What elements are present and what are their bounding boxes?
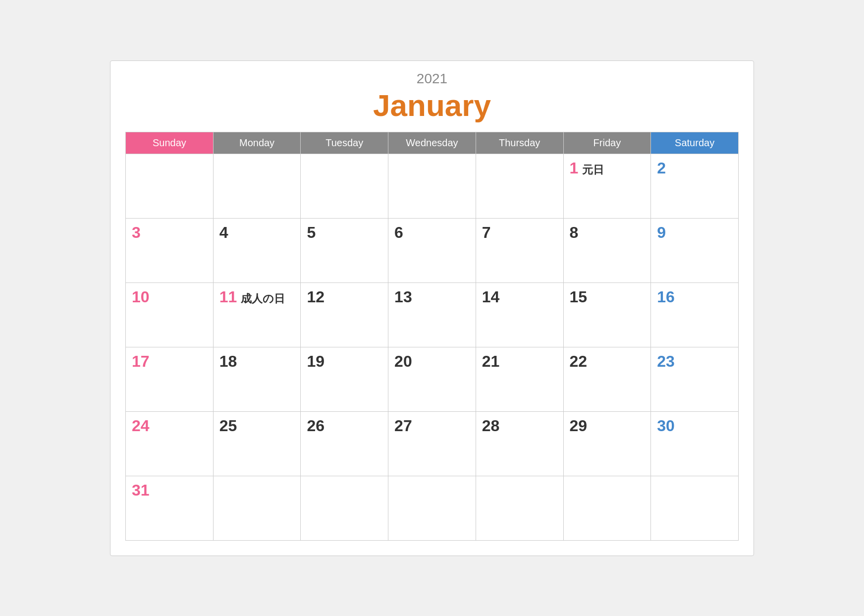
calendar-day-cell: 8 <box>563 218 651 282</box>
calendar-day-cell: 16 <box>651 282 739 347</box>
day-number: 2 <box>657 159 666 177</box>
weekday-header-wednesday: Wednesday <box>388 132 476 154</box>
day-number: 31 <box>132 481 150 500</box>
calendar-year: 2021 <box>125 71 739 87</box>
calendar-day-cell <box>126 154 214 218</box>
weekday-header-tuesday: Tuesday <box>301 132 388 154</box>
calendar-day-cell <box>301 476 388 540</box>
day-number: 12 <box>307 288 324 306</box>
day-number: 8 <box>570 224 579 242</box>
calendar-day-cell: 5 <box>301 218 388 282</box>
calendar-day-cell <box>476 476 563 540</box>
calendar-container: 2021 January SundayMondayTuesdayWednesda… <box>110 60 754 556</box>
calendar-day-cell: 22 <box>563 347 651 411</box>
calendar-day-cell: 27 <box>388 411 476 476</box>
weekday-header-row: SundayMondayTuesdayWednesdayThursdayFrid… <box>126 132 739 154</box>
holiday-name: 成人の日 <box>241 291 285 306</box>
calendar-day-cell <box>388 154 476 218</box>
day-number: 27 <box>394 417 412 435</box>
calendar-day-cell: 15 <box>563 282 651 347</box>
day-number: 10 <box>132 288 150 306</box>
calendar-day-cell: 11成人の日 <box>213 282 301 347</box>
day-number: 21 <box>482 352 500 371</box>
day-number: 16 <box>657 288 675 306</box>
day-number: 18 <box>219 352 237 371</box>
calendar-month: January <box>125 88 739 123</box>
calendar-day-cell: 14 <box>476 282 563 347</box>
calendar-day-cell: 12 <box>301 282 388 347</box>
day-number: 14 <box>482 288 500 306</box>
day-number: 25 <box>219 417 237 435</box>
calendar-table: SundayMondayTuesdayWednesdayThursdayFrid… <box>125 132 739 541</box>
calendar-day-cell: 17 <box>126 347 214 411</box>
calendar-day-cell: 28 <box>476 411 563 476</box>
calendar-day-cell: 7 <box>476 218 563 282</box>
day-number: 3 <box>132 224 141 242</box>
day-number: 5 <box>307 224 316 242</box>
calendar-day-cell <box>388 476 476 540</box>
weekday-header-saturday: Saturday <box>651 132 739 154</box>
calendar-day-cell <box>563 476 651 540</box>
calendar-day-cell: 1元日 <box>563 154 651 218</box>
day-number: 1 <box>570 159 579 177</box>
calendar-day-cell: 29 <box>563 411 651 476</box>
calendar-day-cell: 18 <box>213 347 301 411</box>
weekday-header-friday: Friday <box>563 132 651 154</box>
holiday-name: 元日 <box>582 163 604 177</box>
calendar-week-row: 24252627282930 <box>126 411 739 476</box>
calendar-day-cell <box>651 476 739 540</box>
calendar-day-cell: 2 <box>651 154 739 218</box>
day-number: 28 <box>482 417 500 435</box>
calendar-day-cell: 6 <box>388 218 476 282</box>
day-number: 7 <box>482 224 491 242</box>
day-number: 17 <box>132 352 150 371</box>
day-number: 29 <box>570 417 588 435</box>
calendar-day-cell <box>213 476 301 540</box>
calendar-day-cell <box>476 154 563 218</box>
day-number: 23 <box>657 352 675 371</box>
calendar-week-row: 1元日2 <box>126 154 739 218</box>
weekday-header-thursday: Thursday <box>476 132 563 154</box>
calendar-day-cell: 24 <box>126 411 214 476</box>
day-number: 26 <box>307 417 324 435</box>
calendar-day-cell: 3 <box>126 218 214 282</box>
day-number: 19 <box>307 352 324 371</box>
weekday-header-sunday: Sunday <box>126 132 214 154</box>
day-number: 24 <box>132 417 150 435</box>
calendar-week-row: 17181920212223 <box>126 347 739 411</box>
day-number: 15 <box>570 288 588 306</box>
calendar-day-cell: 21 <box>476 347 563 411</box>
calendar-day-cell <box>301 154 388 218</box>
calendar-day-cell: 4 <box>213 218 301 282</box>
calendar-day-cell: 25 <box>213 411 301 476</box>
calendar-day-cell <box>213 154 301 218</box>
calendar-day-cell: 26 <box>301 411 388 476</box>
calendar-day-cell: 19 <box>301 347 388 411</box>
calendar-day-cell: 9 <box>651 218 739 282</box>
day-number: 30 <box>657 417 675 435</box>
day-number: 22 <box>570 352 588 371</box>
calendar-day-cell: 31 <box>126 476 214 540</box>
weekday-header-monday: Monday <box>213 132 301 154</box>
day-number: 6 <box>394 224 403 242</box>
calendar-day-cell: 13 <box>388 282 476 347</box>
day-number: 20 <box>394 352 412 371</box>
day-number: 9 <box>657 224 666 242</box>
calendar-day-cell: 20 <box>388 347 476 411</box>
calendar-day-cell: 10 <box>126 282 214 347</box>
calendar-week-row: 1011成人の日1213141516 <box>126 282 739 347</box>
day-number: 13 <box>394 288 412 306</box>
calendar-day-cell: 23 <box>651 347 739 411</box>
calendar-week-row: 3456789 <box>126 218 739 282</box>
day-number: 4 <box>219 224 228 242</box>
calendar-week-row: 31 <box>126 476 739 540</box>
calendar-day-cell: 30 <box>651 411 739 476</box>
day-number: 11 <box>219 288 237 306</box>
